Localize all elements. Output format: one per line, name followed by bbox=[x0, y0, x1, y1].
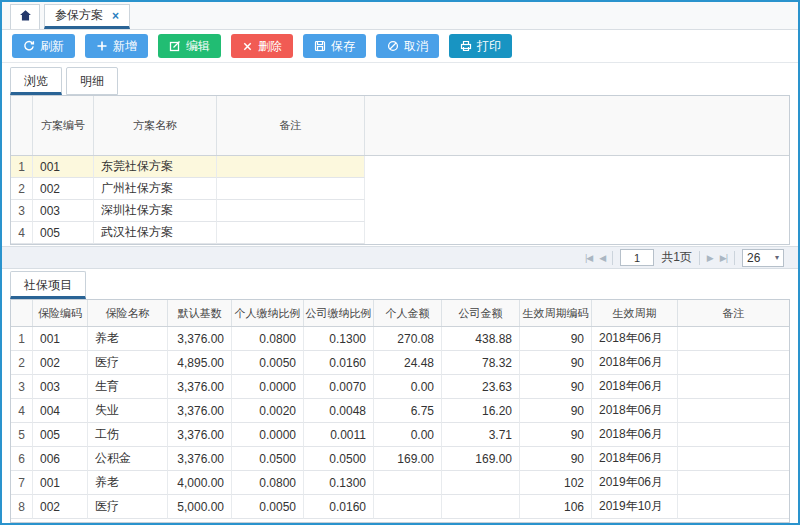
table-row[interactable]: 1 001 东莞社保方案 bbox=[11, 156, 789, 178]
next-page-button[interactable]: ▶ bbox=[707, 253, 713, 263]
table-row[interactable]: 5 005 工伤 3,376.00 0.0000 0.0011 0.00 3.7… bbox=[11, 423, 789, 447]
cell-company-amount: 16.20 bbox=[442, 399, 520, 423]
table-row[interactable]: 3 003 生育 3,376.00 0.0000 0.0070 0.00 23.… bbox=[11, 375, 789, 399]
cell-insurance-name: 医疗 bbox=[88, 351, 168, 375]
header-default-base: 默认基数 bbox=[168, 300, 232, 326]
table-row[interactable]: 7 001 养老 4,000.00 0.0800 0.1300 102 2019… bbox=[11, 471, 789, 495]
items-table-header: 保险编码 保险名称 默认基数 个人缴纳比例 公司缴纳比例 个人金额 公司金额 生… bbox=[11, 300, 789, 327]
cell-period-code: 90 bbox=[520, 351, 592, 375]
close-icon[interactable]: × bbox=[112, 9, 119, 23]
row-number: 7 bbox=[11, 471, 33, 495]
cell-period-code: 90 bbox=[520, 447, 592, 471]
cell-period: 2018年06月 bbox=[592, 447, 678, 471]
cell-insurance-code: 006 bbox=[33, 447, 88, 471]
cell-company-amount bbox=[442, 471, 520, 495]
tab-title: 参保方案 bbox=[55, 7, 103, 24]
tab-detail[interactable]: 明细 bbox=[66, 67, 118, 95]
table-row[interactable]: 8 002 医疗 5,000.00 0.0050 0.0160 106 2019… bbox=[11, 495, 789, 519]
refresh-label: 刷新 bbox=[40, 38, 64, 55]
table-row[interactable]: 2 002 医疗 4,895.00 0.0050 0.0160 24.48 78… bbox=[11, 351, 789, 375]
print-button[interactable]: 打印 bbox=[449, 34, 512, 58]
cell-company-amount: 23.63 bbox=[442, 375, 520, 399]
header-company-ratio: 公司缴纳比例 bbox=[304, 300, 374, 326]
cell-remark bbox=[678, 327, 789, 351]
chevron-down-icon: ▾ bbox=[775, 253, 779, 262]
cell-company-ratio: 0.0011 bbox=[304, 423, 374, 447]
page-size-select[interactable]: 26 ▾ bbox=[742, 249, 784, 267]
page-number-input[interactable] bbox=[620, 249, 654, 266]
header-insurance-code: 保险编码 bbox=[33, 300, 88, 326]
cell-insurance-code: 002 bbox=[33, 495, 88, 519]
cell-period: 2018年06月 bbox=[592, 375, 678, 399]
header-personal-ratio: 个人缴纳比例 bbox=[232, 300, 304, 326]
row-number: 1 bbox=[11, 327, 33, 351]
cancel-icon bbox=[387, 40, 399, 52]
divider bbox=[699, 251, 700, 265]
cell-plan-code: 005 bbox=[33, 222, 94, 244]
save-icon bbox=[314, 40, 326, 52]
cell-plan-code: 002 bbox=[33, 178, 94, 200]
delete-icon bbox=[242, 41, 253, 52]
home-icon bbox=[19, 9, 32, 25]
cell-default-base: 3,376.00 bbox=[168, 447, 232, 471]
cell-company-ratio: 0.0160 bbox=[304, 351, 374, 375]
table-row[interactable]: 1 001 养老 3,376.00 0.0800 0.1300 270.08 4… bbox=[11, 327, 789, 351]
cell-remark bbox=[678, 495, 789, 519]
plus-icon bbox=[96, 40, 108, 52]
cell-period-code: 102 bbox=[520, 471, 592, 495]
cell-plan-name: 广州社保方案 bbox=[94, 178, 217, 200]
cancel-button[interactable]: 取消 bbox=[376, 34, 439, 58]
cell-personal-ratio: 0.0000 bbox=[232, 423, 304, 447]
cell-period: 2018年06月 bbox=[592, 423, 678, 447]
header-plan-code: 方案编号 bbox=[33, 96, 94, 155]
last-page-button[interactable]: ▶| bbox=[720, 253, 727, 263]
table-row[interactable]: 4 005 武汉社保方案 bbox=[11, 222, 789, 244]
cell-remark bbox=[678, 471, 789, 495]
cell-company-amount bbox=[442, 495, 520, 519]
cell-default-base: 4,895.00 bbox=[168, 351, 232, 375]
cell-period-code: 90 bbox=[520, 327, 592, 351]
tab-insurance-plan[interactable]: 参保方案 × bbox=[44, 4, 130, 29]
cell-insurance-code: 001 bbox=[33, 327, 88, 351]
table-row[interactable]: 6 006 公积金 3,376.00 0.0500 0.0500 169.00 … bbox=[11, 447, 789, 471]
cell-personal-ratio: 0.0050 bbox=[232, 495, 304, 519]
cell-insurance-code: 002 bbox=[33, 351, 88, 375]
table-row[interactable]: 4 004 失业 3,376.00 0.0020 0.0048 6.75 16.… bbox=[11, 399, 789, 423]
cell-company-amount: 169.00 bbox=[442, 447, 520, 471]
cell-plan-code: 001 bbox=[33, 156, 94, 178]
cell-default-base: 3,376.00 bbox=[168, 423, 232, 447]
refresh-button[interactable]: 刷新 bbox=[12, 34, 75, 58]
cell-plan-code: 003 bbox=[33, 200, 94, 222]
pagination-bar: |◀ ◀ 共1页 ▶ ▶| 26 ▾ bbox=[2, 246, 798, 269]
cell-plan-remark bbox=[217, 222, 365, 244]
table-row[interactable]: 3 003 深圳社保方案 bbox=[11, 200, 789, 222]
cell-company-ratio: 0.0160 bbox=[304, 495, 374, 519]
table-row[interactable]: 2 002 广州社保方案 bbox=[11, 178, 789, 200]
edit-label: 编辑 bbox=[186, 38, 210, 55]
prev-page-button[interactable]: ◀ bbox=[599, 253, 605, 263]
cell-personal-ratio: 0.0800 bbox=[232, 327, 304, 351]
cell-personal-ratio: 0.0500 bbox=[232, 447, 304, 471]
tab-browse[interactable]: 浏览 bbox=[10, 67, 62, 95]
filler bbox=[365, 222, 789, 244]
cell-personal-amount: 0.00 bbox=[374, 375, 442, 399]
home-tab[interactable] bbox=[10, 4, 40, 29]
row-number: 6 bbox=[11, 447, 33, 471]
divider bbox=[612, 251, 613, 265]
cell-insurance-code: 004 bbox=[33, 399, 88, 423]
cell-remark bbox=[678, 423, 789, 447]
delete-label: 删除 bbox=[258, 38, 282, 55]
cell-default-base: 3,376.00 bbox=[168, 375, 232, 399]
items-table: 保险编码 保险名称 默认基数 个人缴纳比例 公司缴纳比例 个人金额 公司金额 生… bbox=[10, 299, 790, 523]
delete-button[interactable]: 删除 bbox=[231, 34, 293, 58]
cell-period: 2018年06月 bbox=[592, 327, 678, 351]
cell-insurance-code: 005 bbox=[33, 423, 88, 447]
edit-button[interactable]: 编辑 bbox=[158, 34, 221, 58]
tab-social-insurance-items[interactable]: 社保项目 bbox=[10, 271, 86, 299]
save-label: 保存 bbox=[331, 38, 355, 55]
save-button[interactable]: 保存 bbox=[303, 34, 366, 58]
first-page-button[interactable]: |◀ bbox=[585, 253, 592, 263]
add-button[interactable]: 新增 bbox=[85, 34, 148, 58]
header-plan-remark: 备注 bbox=[217, 96, 365, 155]
cell-company-amount: 3.71 bbox=[442, 423, 520, 447]
